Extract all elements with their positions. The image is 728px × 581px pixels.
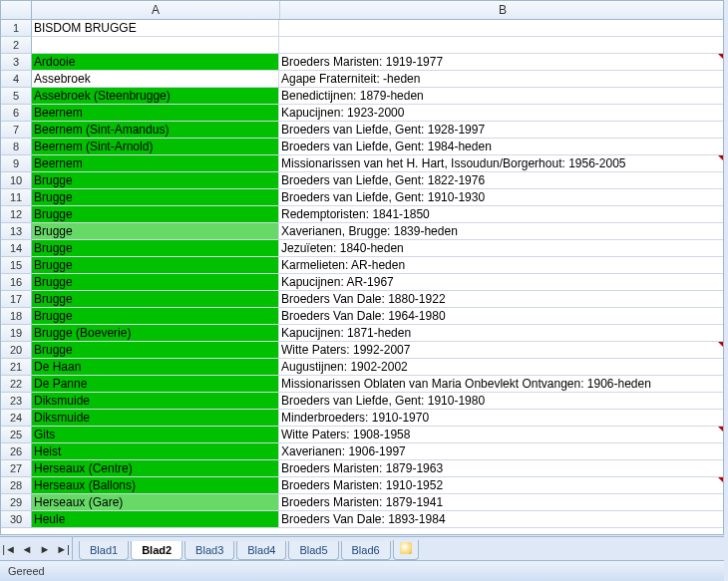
cell-a[interactable]: BISDOM BRUGGE	[32, 20, 279, 37]
row-header[interactable]: 8	[1, 139, 32, 155]
row-header[interactable]: 11	[1, 189, 32, 206]
cell-a[interactable]: Brugge	[32, 189, 279, 206]
cell-b[interactable]: Benedictijnen: 1879-heden	[279, 88, 723, 105]
row-header[interactable]: 5	[1, 88, 32, 105]
nav-next-button[interactable]: ►	[36, 537, 54, 561]
cell-a[interactable]: Herseaux (Centre)	[32, 460, 279, 477]
cell-a[interactable]: Brugge	[32, 206, 279, 223]
cell-a[interactable]: Beernem	[32, 105, 279, 122]
cell-b[interactable]: Broeders Van Dale: 1893-1984	[279, 511, 723, 528]
cell-b[interactable]: Broeders Maristen: 1879-1963	[279, 460, 723, 477]
cell-b[interactable]: Missionarissen Oblaten van Maria Onbevle…	[279, 376, 723, 393]
sheet-tab[interactable]: Blad6	[341, 541, 391, 560]
cell-a[interactable]: Diksmuide	[32, 410, 279, 427]
cell-a[interactable]: Herseaux (Gare)	[32, 494, 279, 511]
sheet-tab[interactable]: Blad3	[184, 541, 234, 560]
cell-b[interactable]: Kapucijnen: 1923-2000	[279, 105, 723, 122]
cell-b[interactable]: Broeders van Liefde, Gent: 1822-1976	[279, 172, 723, 189]
row-header[interactable]: 26	[1, 443, 32, 460]
cell-a[interactable]: Gits	[32, 427, 279, 443]
cell-b[interactable]: Broeders Van Dale: 1964-1980	[279, 308, 723, 325]
row-header[interactable]: 7	[1, 122, 32, 139]
cell-b[interactable]: Xaverianen: 1906-1997	[279, 443, 723, 460]
sheet-tab[interactable]: Blad5	[288, 541, 338, 560]
cell-a[interactable]: Beernem (Sint-Arnold)	[32, 139, 279, 155]
cell-a[interactable]: Brugge	[32, 240, 279, 257]
cell-a[interactable]: Brugge	[32, 274, 279, 291]
cell-b[interactable]: Broeders Maristen: 1879-1941	[279, 494, 723, 511]
cell-a[interactable]: Brugge (Boeverie)	[32, 325, 279, 342]
new-sheet-tab[interactable]	[393, 540, 419, 560]
cell-b[interactable]	[279, 37, 723, 54]
comment-marker-icon[interactable]	[718, 427, 723, 432]
nav-first-button[interactable]: |◄	[0, 537, 18, 561]
cell-a[interactable]: Heist	[32, 443, 279, 460]
sheet-tab[interactable]: Blad2	[131, 541, 182, 560]
cell-b[interactable]: Witte Paters: 1908-1958	[279, 427, 723, 443]
cell-a[interactable]: Assebroek (Steenbrugge)	[32, 88, 279, 105]
cell-b[interactable]: Missionarissen van het H. Hart, Issoudun…	[279, 155, 723, 172]
row-header[interactable]: 25	[1, 427, 32, 443]
row-header[interactable]: 24	[1, 410, 32, 427]
comment-marker-icon[interactable]	[718, 155, 723, 160]
cell-a[interactable]: De Panne	[32, 376, 279, 393]
row-header[interactable]: 12	[1, 206, 32, 223]
row-header[interactable]: 18	[1, 308, 32, 325]
cell-a[interactable]: Brugge	[32, 223, 279, 240]
row-header[interactable]: 30	[1, 511, 32, 528]
cell-b[interactable]: Jezuïeten: 1840-heden	[279, 240, 723, 257]
comment-marker-icon[interactable]	[718, 342, 723, 347]
vertical-scrollbar[interactable]	[724, 0, 728, 535]
grid-body[interactable]: 1BISDOM BRUGGE23ArdooieBroeders Maristen…	[1, 20, 723, 528]
cell-a[interactable]: Brugge	[32, 342, 279, 359]
cell-b[interactable]: Broeders Maristen: 1910-1952	[279, 477, 723, 494]
nav-last-button[interactable]: ►|	[54, 537, 72, 561]
row-header[interactable]: 10	[1, 172, 32, 189]
cell-b[interactable]: Broeders van Liefde, Gent: 1984-heden	[279, 139, 723, 155]
cell-a[interactable]: De Haan	[32, 359, 279, 376]
row-header[interactable]: 2	[1, 37, 32, 54]
cell-b[interactable]: Agape Fraterniteit: -heden	[279, 71, 723, 88]
row-header[interactable]: 13	[1, 223, 32, 240]
sheet-tab[interactable]: Blad4	[236, 541, 286, 560]
row-header[interactable]: 28	[1, 477, 32, 494]
row-header[interactable]: 15	[1, 257, 32, 274]
cell-b[interactable]: Redemptoristen: 1841-1850	[279, 206, 723, 223]
cell-a[interactable]: Assebroek	[32, 71, 279, 88]
cell-b[interactable]: Karmelieten: AR-heden	[279, 257, 723, 274]
cell-a[interactable]	[32, 37, 279, 54]
cell-b[interactable]: Augustijnen: 1902-2002	[279, 359, 723, 376]
cell-b[interactable]: Witte Paters: 1992-2007	[279, 342, 723, 359]
row-header[interactable]: 21	[1, 359, 32, 376]
cell-b[interactable]: Broeders Van Dale: 1880-1922	[279, 291, 723, 308]
row-header[interactable]: 27	[1, 460, 32, 477]
cell-a[interactable]: Brugge	[32, 172, 279, 189]
cell-b[interactable]: Xaverianen, Brugge: 1839-heden	[279, 223, 723, 240]
select-all-corner[interactable]	[1, 1, 32, 19]
row-header[interactable]: 4	[1, 71, 32, 88]
cell-b[interactable]: Kapucijnen: 1871-heden	[279, 325, 723, 342]
cell-a[interactable]: Beernem	[32, 155, 279, 172]
comment-marker-icon[interactable]	[718, 477, 723, 482]
cell-a[interactable]: Brugge	[32, 257, 279, 274]
cell-a[interactable]: Herseaux (Ballons)	[32, 477, 279, 494]
sheet-tab[interactable]: Blad1	[79, 541, 129, 560]
cell-a[interactable]: Ardooie	[32, 54, 279, 71]
row-header[interactable]: 17	[1, 291, 32, 308]
row-header[interactable]: 9	[1, 155, 32, 172]
cell-b[interactable]	[279, 20, 723, 37]
cell-b[interactable]: Broeders van Liefde, Gent: 1910-1980	[279, 393, 723, 410]
cell-b[interactable]: Broeders van Liefde, Gent: 1910-1930	[279, 189, 723, 206]
row-header[interactable]: 22	[1, 376, 32, 393]
cell-b[interactable]: Kapucijnen: AR-1967	[279, 274, 723, 291]
cell-a[interactable]: Brugge	[32, 291, 279, 308]
nav-prev-button[interactable]: ◄	[18, 537, 36, 561]
column-header-b[interactable]: B	[280, 1, 724, 19]
row-header[interactable]: 16	[1, 274, 32, 291]
cell-a[interactable]: Diksmuide	[32, 393, 279, 410]
row-header[interactable]: 20	[1, 342, 32, 359]
cell-b[interactable]: Broeders Maristen: 1919-1977	[279, 54, 723, 71]
cell-b[interactable]: Broeders van Liefde, Gent: 1928-1997	[279, 122, 723, 139]
row-header[interactable]: 3	[1, 54, 32, 71]
cell-a[interactable]: Heule	[32, 511, 279, 528]
